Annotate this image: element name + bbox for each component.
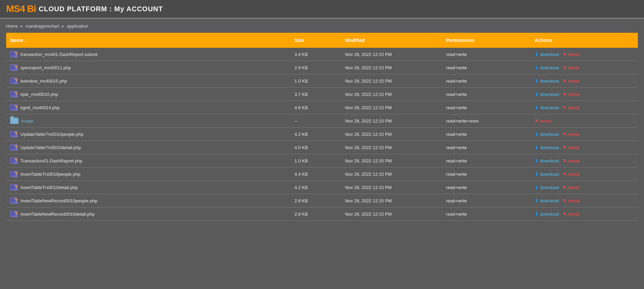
- download-icon: ⬇: [535, 65, 539, 70]
- delete-button[interactable]: ✕delete: [562, 211, 579, 217]
- download-icon: ⬇: [535, 211, 539, 217]
- download-button[interactable]: ⬇download: [535, 185, 559, 190]
- file-modified: Nov 28, 2022 12:15 PM: [341, 88, 442, 101]
- file-icon: [10, 144, 18, 150]
- file-name: kwindow_ms40015.php: [20, 78, 67, 84]
- file-size: 4.6 KB: [290, 101, 341, 114]
- download-button[interactable]: ⬇download: [535, 171, 559, 177]
- download-button[interactable]: ⬇download: [535, 211, 559, 217]
- delete-label: delete: [567, 65, 579, 70]
- delete-label: delete: [567, 145, 579, 150]
- download-button[interactable]: ⬇download: [535, 145, 559, 150]
- logo: MS4 Bi: [6, 3, 36, 14]
- folder-icon: [10, 118, 18, 124]
- file-actions: ⬇download✕delete: [531, 101, 638, 114]
- file-size: --: [290, 114, 341, 128]
- delete-button[interactable]: ✕delete: [562, 105, 579, 110]
- file-icon: [10, 64, 18, 71]
- header-title: MS4 Bi CLOUD PLATFORM : My ACCOUNT: [6, 3, 638, 14]
- file-modified: Nov 28, 2022 12:15 PM: [341, 74, 442, 88]
- download-icon: ⬇: [535, 91, 539, 97]
- logo-bi-text: Bi: [25, 3, 36, 14]
- file-table: Name ↓ Size Modified Permissions Actions…: [6, 33, 638, 221]
- delete-label: delete: [567, 52, 579, 57]
- delete-button[interactable]: ✕delete: [562, 78, 579, 84]
- file-size: 4.0 KB: [290, 141, 341, 154]
- file-name-cell-8: Transaction01-DashReport.php: [6, 154, 290, 168]
- breadcrumb-sep2: ►: [61, 24, 65, 29]
- file-actions: ⬇download✕delete: [531, 181, 638, 194]
- download-label: download: [540, 92, 559, 97]
- col-header-permissions[interactable]: Permissions: [442, 33, 531, 48]
- delete-button[interactable]: ✕delete: [562, 52, 579, 57]
- download-icon: ⬇: [535, 198, 539, 203]
- delete-label: delete: [567, 212, 579, 217]
- table-row: UpdateTableTrs0010detail.php4.0 KBNov 28…: [6, 141, 638, 154]
- delete-button[interactable]: ✕delete: [562, 65, 579, 70]
- download-button[interactable]: ⬇download: [535, 65, 559, 70]
- download-button[interactable]: ⬇download: [535, 158, 559, 163]
- file-permissions: read+write: [442, 48, 531, 61]
- delete-button[interactable]: ✕delete: [562, 171, 579, 177]
- file-permissions: read+write: [442, 207, 531, 221]
- delete-button[interactable]: ✕delete: [562, 158, 579, 163]
- col-header-modified[interactable]: Modified: [341, 33, 442, 48]
- file-modified: Nov 28, 2022 12:15 PM: [341, 207, 442, 221]
- breadcrumb: Home ► mandragorechart ► application: [6, 24, 638, 29]
- delete-button[interactable]: ✕delete: [562, 198, 579, 203]
- delete-button[interactable]: ✕delete: [562, 91, 579, 97]
- delete-icon: ✕: [562, 65, 566, 70]
- delete-button[interactable]: ✕delete: [535, 118, 552, 124]
- delete-label: delete: [567, 158, 579, 163]
- file-permissions: read+write: [442, 194, 531, 207]
- file-name: kgrid_ms40014.php: [20, 105, 59, 110]
- download-button[interactable]: ⬇download: [535, 198, 559, 203]
- file-modified: Nov 28, 2022 12:15 PM: [341, 141, 442, 154]
- breadcrumb-mandragorechart[interactable]: mandragorechart: [26, 24, 59, 29]
- breadcrumb-home[interactable]: Home: [6, 24, 18, 29]
- table-row: UpdateTableTrs0010people.php4.2 KBNov 28…: [6, 128, 638, 141]
- file-modified: Nov 28, 2022 12:15 PM: [341, 181, 442, 194]
- delete-icon: ✕: [562, 211, 566, 217]
- delete-icon: ✕: [562, 158, 566, 163]
- delete-label: delete: [567, 132, 579, 137]
- download-label: download: [540, 198, 559, 203]
- download-button[interactable]: ⬇download: [535, 91, 559, 97]
- file-size: 2.8 KB: [290, 194, 341, 207]
- download-label: download: [540, 212, 559, 217]
- file-name-cell-11: InsertTableNewRecord0010people.php: [6, 194, 290, 207]
- file-icon: [10, 184, 18, 190]
- delete-icon: ✕: [562, 52, 566, 57]
- file-icon: [10, 171, 18, 177]
- delete-button[interactable]: ✕delete: [562, 185, 579, 190]
- col-header-size[interactable]: Size: [290, 33, 341, 48]
- file-size: 2.9 KB: [290, 61, 341, 74]
- table-row: InsertTableTrs0010detail.php4.2 KBNov 28…: [6, 181, 638, 194]
- header-subtitle: CLOUD PLATFORM : My ACCOUNT: [39, 5, 163, 13]
- download-label: download: [540, 158, 559, 163]
- download-button[interactable]: ⬇download: [535, 131, 559, 137]
- table-row: InsertTableNewRecord0010people.php2.8 KB…: [6, 194, 638, 207]
- file-modified: Nov 28, 2022 12:15 PM: [341, 154, 442, 168]
- file-permissions: read+write: [442, 141, 531, 154]
- delete-icon: ✕: [562, 78, 566, 84]
- file-name: InsertTableTrs0010detail.php: [20, 185, 78, 190]
- file-size: 3.4 KB: [290, 48, 341, 61]
- col-header-actions[interactable]: Actions: [531, 33, 638, 48]
- delete-button[interactable]: ✕delete: [562, 131, 579, 137]
- col-header-name[interactable]: Name ↓: [6, 33, 290, 48]
- file-permissions: read+write: [442, 61, 531, 74]
- file-actions: ✕delete: [531, 114, 638, 128]
- delete-label: delete: [567, 78, 579, 84]
- file-name-cell-10: InsertTableTrs0010detail.php: [6, 181, 290, 194]
- delete-button[interactable]: ✕delete: [562, 145, 579, 150]
- download-label: download: [540, 105, 559, 110]
- delete-label: delete: [567, 198, 579, 203]
- file-actions: ⬇download✕delete: [531, 168, 638, 181]
- download-button[interactable]: ⬇download: [535, 105, 559, 110]
- download-button[interactable]: ⬇download: [535, 78, 559, 84]
- file-icon: [10, 51, 18, 57]
- file-name[interactable]: image: [21, 118, 33, 124]
- download-button[interactable]: ⬇download: [535, 52, 559, 57]
- file-name-cell-5: image: [6, 114, 290, 128]
